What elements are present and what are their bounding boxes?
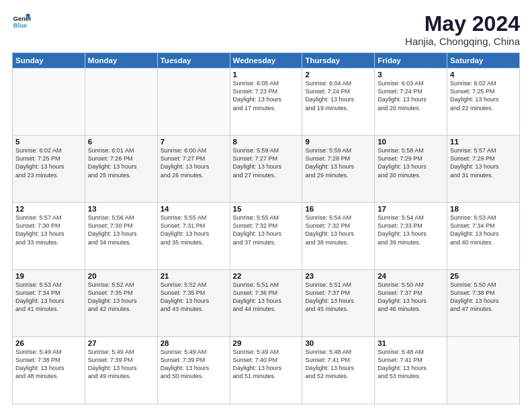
day-info: Sunrise: 6:00 AM Sunset: 7:27 PM Dayligh… <box>161 146 227 179</box>
main-title: May 2024 <box>405 12 520 36</box>
calendar-cell: 7Sunrise: 6:00 AM Sunset: 7:27 PM Daylig… <box>157 136 230 203</box>
day-info: Sunrise: 5:59 AM Sunset: 7:28 PM Dayligh… <box>305 146 371 179</box>
calendar-cell: 6Sunrise: 6:01 AM Sunset: 7:26 PM Daylig… <box>85 136 157 203</box>
day-info: Sunrise: 5:52 AM Sunset: 7:35 PM Dayligh… <box>88 281 154 314</box>
week-row-5: 26Sunrise: 5:49 AM Sunset: 7:38 PM Dayli… <box>13 337 520 404</box>
day-number: 4 <box>450 71 517 79</box>
weekday-header-thursday: Thursday <box>302 53 375 68</box>
day-number: 29 <box>233 339 300 347</box>
calendar-cell <box>85 68 157 136</box>
day-number: 19 <box>15 272 82 280</box>
day-info: Sunrise: 6:04 AM Sunset: 7:24 PM Dayligh… <box>305 79 371 112</box>
day-number: 28 <box>161 339 227 347</box>
day-info: Sunrise: 5:58 AM Sunset: 7:29 PM Dayligh… <box>378 146 444 179</box>
day-number: 1 <box>233 71 300 79</box>
day-info: Sunrise: 5:51 AM Sunset: 7:36 PM Dayligh… <box>233 281 300 314</box>
logo: General Blue <box>12 12 31 31</box>
day-info: Sunrise: 6:05 AM Sunset: 7:23 PM Dayligh… <box>233 79 300 112</box>
calendar-cell: 14Sunrise: 5:55 AM Sunset: 7:31 PM Dayli… <box>157 203 230 270</box>
calendar-cell: 27Sunrise: 5:49 AM Sunset: 7:39 PM Dayli… <box>85 337 157 404</box>
day-number: 12 <box>15 205 82 213</box>
title-block: May 2024 Hanjia, Chongqing, China <box>405 12 520 47</box>
week-row-2: 5Sunrise: 6:02 AM Sunset: 7:25 PM Daylig… <box>13 136 520 203</box>
day-number: 16 <box>305 205 371 213</box>
day-number: 9 <box>305 138 371 146</box>
weekday-header-friday: Friday <box>375 53 447 68</box>
logo-icon: General Blue <box>12 12 31 31</box>
calendar-cell: 30Sunrise: 5:48 AM Sunset: 7:41 PM Dayli… <box>302 337 375 404</box>
calendar-cell: 21Sunrise: 5:52 AM Sunset: 7:35 PM Dayli… <box>157 270 230 337</box>
calendar-cell: 19Sunrise: 5:53 AM Sunset: 7:34 PM Dayli… <box>13 270 85 337</box>
calendar-cell: 3Sunrise: 6:03 AM Sunset: 7:24 PM Daylig… <box>375 68 447 136</box>
day-number: 14 <box>161 205 227 213</box>
calendar-cell: 28Sunrise: 5:49 AM Sunset: 7:39 PM Dayli… <box>157 337 230 404</box>
day-info: Sunrise: 5:49 AM Sunset: 7:39 PM Dayligh… <box>161 348 227 381</box>
weekday-header-tuesday: Tuesday <box>157 53 230 68</box>
day-number: 2 <box>305 71 371 79</box>
day-number: 26 <box>15 339 82 347</box>
subtitle: Hanjia, Chongqing, China <box>405 36 520 47</box>
calendar-cell: 17Sunrise: 5:54 AM Sunset: 7:33 PM Dayli… <box>375 203 447 270</box>
day-number: 17 <box>378 205 444 213</box>
day-number: 6 <box>88 138 154 146</box>
svg-text:Blue: Blue <box>13 22 27 29</box>
day-number: 23 <box>305 272 371 280</box>
calendar-cell: 12Sunrise: 5:57 AM Sunset: 7:30 PM Dayli… <box>13 203 85 270</box>
page: General Blue May 2024 Hanjia, Chongqing,… <box>0 0 532 411</box>
calendar-cell: 29Sunrise: 5:49 AM Sunset: 7:40 PM Dayli… <box>230 337 302 404</box>
calendar-cell: 8Sunrise: 5:59 AM Sunset: 7:27 PM Daylig… <box>230 136 302 203</box>
day-number: 22 <box>233 272 300 280</box>
day-info: Sunrise: 6:03 AM Sunset: 7:24 PM Dayligh… <box>378 79 444 112</box>
day-info: Sunrise: 5:59 AM Sunset: 7:27 PM Dayligh… <box>233 146 300 179</box>
calendar-cell: 22Sunrise: 5:51 AM Sunset: 7:36 PM Dayli… <box>230 270 302 337</box>
week-row-3: 12Sunrise: 5:57 AM Sunset: 7:30 PM Dayli… <box>13 203 520 270</box>
day-number: 20 <box>88 272 154 280</box>
calendar-cell: 25Sunrise: 5:50 AM Sunset: 7:38 PM Dayli… <box>447 270 520 337</box>
day-info: Sunrise: 5:57 AM Sunset: 7:30 PM Dayligh… <box>15 214 82 246</box>
day-number: 30 <box>305 339 371 347</box>
day-info: Sunrise: 6:01 AM Sunset: 7:26 PM Dayligh… <box>88 146 154 179</box>
day-number: 13 <box>88 205 154 213</box>
calendar-cell <box>447 337 520 404</box>
day-info: Sunrise: 5:57 AM Sunset: 7:29 PM Dayligh… <box>450 146 517 179</box>
day-number: 24 <box>378 272 444 280</box>
day-number: 27 <box>88 339 154 347</box>
calendar-cell: 26Sunrise: 5:49 AM Sunset: 7:38 PM Dayli… <box>13 337 85 404</box>
calendar-cell: 23Sunrise: 5:51 AM Sunset: 7:37 PM Dayli… <box>302 270 375 337</box>
calendar-cell <box>157 68 230 136</box>
day-info: Sunrise: 5:50 AM Sunset: 7:37 PM Dayligh… <box>378 281 444 314</box>
weekday-header-row: SundayMondayTuesdayWednesdayThursdayFrid… <box>13 53 520 68</box>
day-info: Sunrise: 5:48 AM Sunset: 7:41 PM Dayligh… <box>305 348 371 381</box>
calendar-cell: 24Sunrise: 5:50 AM Sunset: 7:37 PM Dayli… <box>375 270 447 337</box>
day-info: Sunrise: 5:55 AM Sunset: 7:32 PM Dayligh… <box>233 214 300 246</box>
day-info: Sunrise: 5:53 AM Sunset: 7:34 PM Dayligh… <box>450 214 517 246</box>
day-info: Sunrise: 5:51 AM Sunset: 7:37 PM Dayligh… <box>305 281 371 314</box>
day-info: Sunrise: 5:49 AM Sunset: 7:38 PM Dayligh… <box>15 348 82 381</box>
weekday-header-saturday: Saturday <box>447 53 520 68</box>
day-info: Sunrise: 5:53 AM Sunset: 7:34 PM Dayligh… <box>15 281 82 314</box>
calendar-table: SundayMondayTuesdayWednesdayThursdayFrid… <box>12 52 520 404</box>
weekday-header-sunday: Sunday <box>13 53 85 68</box>
day-info: Sunrise: 5:54 AM Sunset: 7:33 PM Dayligh… <box>378 214 444 246</box>
week-row-4: 19Sunrise: 5:53 AM Sunset: 7:34 PM Dayli… <box>13 270 520 337</box>
day-number: 7 <box>161 138 227 146</box>
calendar-cell: 31Sunrise: 5:48 AM Sunset: 7:41 PM Dayli… <box>375 337 447 404</box>
calendar-cell: 16Sunrise: 5:54 AM Sunset: 7:32 PM Dayli… <box>302 203 375 270</box>
day-number: 15 <box>233 205 300 213</box>
calendar-cell: 5Sunrise: 6:02 AM Sunset: 7:25 PM Daylig… <box>13 136 85 203</box>
calendar-cell <box>13 68 85 136</box>
calendar-cell: 11Sunrise: 5:57 AM Sunset: 7:29 PM Dayli… <box>447 136 520 203</box>
day-number: 11 <box>450 138 517 146</box>
calendar-cell: 10Sunrise: 5:58 AM Sunset: 7:29 PM Dayli… <box>375 136 447 203</box>
day-number: 31 <box>378 339 444 347</box>
header: General Blue May 2024 Hanjia, Chongqing,… <box>12 12 520 47</box>
calendar-cell: 1Sunrise: 6:05 AM Sunset: 7:23 PM Daylig… <box>230 68 302 136</box>
day-info: Sunrise: 6:02 AM Sunset: 7:25 PM Dayligh… <box>450 79 517 112</box>
calendar-cell: 20Sunrise: 5:52 AM Sunset: 7:35 PM Dayli… <box>85 270 157 337</box>
day-number: 3 <box>378 71 444 79</box>
calendar-cell: 15Sunrise: 5:55 AM Sunset: 7:32 PM Dayli… <box>230 203 302 270</box>
day-info: Sunrise: 5:55 AM Sunset: 7:31 PM Dayligh… <box>161 214 227 246</box>
day-info: Sunrise: 5:54 AM Sunset: 7:32 PM Dayligh… <box>305 214 371 246</box>
weekday-header-monday: Monday <box>85 53 157 68</box>
calendar-cell: 9Sunrise: 5:59 AM Sunset: 7:28 PM Daylig… <box>302 136 375 203</box>
